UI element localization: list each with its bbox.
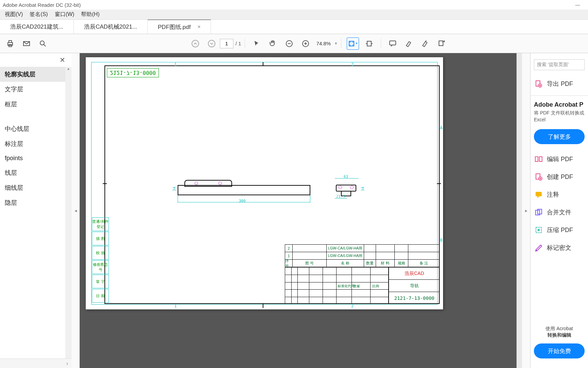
tab-2[interactable]: PDF图纸.pdf × xyxy=(148,19,211,34)
side-tab: 修改图总号 xyxy=(92,260,109,274)
layers-scrollbar[interactable]: ▲ xyxy=(65,67,71,358)
zoom-in-icon[interactable] xyxy=(299,37,312,50)
layer-item[interactable]: 框层 xyxy=(0,97,71,112)
tool-compress[interactable]: 压缩 PDF xyxy=(530,221,588,239)
svg-rect-16 xyxy=(539,157,542,162)
page-width-icon[interactable] xyxy=(363,37,375,50)
svg-rect-11 xyxy=(390,41,396,45)
side-tab: 普通/用件登记 xyxy=(92,217,109,231)
menu-bar: 视图(V) 签名(S) 窗口(W) 帮助(H) xyxy=(0,10,588,20)
tool-redact[interactable]: 标记密文 xyxy=(530,239,588,257)
layer-item[interactable]: 线层 xyxy=(0,165,71,180)
dim-label: 63 xyxy=(344,174,348,179)
dim-label: 300 xyxy=(239,199,246,203)
tab-0[interactable]: 浩辰CAD2021建筑... xyxy=(0,19,74,34)
dim-label: 21.5 xyxy=(336,194,345,199)
side-tab: 签 字 xyxy=(92,275,109,288)
sign-icon[interactable] xyxy=(436,37,448,50)
grid-label: 2 xyxy=(351,304,354,308)
dim-label: 34 xyxy=(361,187,365,191)
grid-label: B xyxy=(440,238,442,243)
right-collapse-handle[interactable]: ▸ xyxy=(522,53,530,368)
page-total: / 1 xyxy=(235,41,241,46)
tools-search-input[interactable]: 搜索 '提取页面' xyxy=(534,59,585,70)
tool-edit-pdf[interactable]: 编辑 PDF xyxy=(530,150,588,168)
layer-item[interactable]: 中心线层 xyxy=(0,121,71,136)
start-free-button[interactable]: 开始免费 xyxy=(534,343,585,358)
page-number-input[interactable] xyxy=(220,39,233,48)
cad-rail-block xyxy=(184,180,232,187)
minimize-button[interactable]: — xyxy=(570,2,585,7)
cad-hole xyxy=(195,182,198,185)
fit-page-icon[interactable]: ▼ xyxy=(347,37,359,50)
dim-label: 34 xyxy=(172,187,177,191)
layer-item[interactable]: 文字层 xyxy=(0,82,71,97)
close-panel-icon[interactable]: ✕ xyxy=(60,56,65,64)
tool-combine[interactable]: 合并文件 xyxy=(530,203,588,221)
grid-label: 1 xyxy=(174,304,177,308)
window-title: Adobe Acrobat Reader DC (32-bit) xyxy=(3,2,81,8)
frame-tick xyxy=(263,62,263,66)
pdf-page: 1 2 1 2 A B 2121-7-13-0000 普通/用件登记 描 图 校… xyxy=(86,57,443,309)
layer-item[interactable]: 细线层 xyxy=(0,180,71,195)
hand-icon[interactable] xyxy=(267,37,279,50)
doc-scrollbar[interactable] xyxy=(517,53,522,368)
tab-1[interactable]: 浩辰CAD机械2021... xyxy=(74,19,148,34)
svg-rect-12 xyxy=(439,41,443,46)
print-icon[interactable] xyxy=(4,37,16,50)
close-tab-icon[interactable]: × xyxy=(197,24,200,30)
page-down-icon[interactable] xyxy=(206,37,218,50)
menu-sign[interactable]: 签名(S) xyxy=(26,11,51,18)
frame-tick xyxy=(263,304,263,308)
zoom-icon[interactable] xyxy=(37,37,49,50)
svg-rect-1 xyxy=(9,41,12,43)
tool-create-pdf[interactable]: 创建 PDF xyxy=(530,168,588,186)
menu-view[interactable]: 视图(V) xyxy=(1,11,26,18)
layer-item[interactable]: fpoints xyxy=(0,151,71,165)
svg-point-5 xyxy=(192,40,199,47)
erase-icon[interactable] xyxy=(419,37,431,50)
title-block-brand: 浩辰CAD xyxy=(389,267,440,280)
mail-icon[interactable] xyxy=(20,37,33,50)
svg-rect-10 xyxy=(367,41,371,46)
export-pdf-icon xyxy=(534,79,543,89)
promo-subtitle: 将 PDF 文件联机转换或 Excel xyxy=(530,110,588,128)
zoom-out-icon[interactable] xyxy=(283,37,295,50)
learn-more-button[interactable]: 了解更多 xyxy=(534,129,585,144)
grid-label: 1 xyxy=(174,62,177,67)
frame-tick xyxy=(437,183,441,184)
svg-point-6 xyxy=(208,40,215,47)
tool-comment[interactable]: 注释 xyxy=(530,186,588,203)
layer-item[interactable]: 轮廓实线层 xyxy=(0,67,71,82)
chevron-right-icon[interactable]: › xyxy=(66,361,68,367)
zoom-dropdown[interactable]: 74.8%▼ xyxy=(316,41,338,46)
title-block: 2 LGW-CA/LGW-HA用 1 LGW-CA/LGW-HA用 xyxy=(285,244,440,304)
footer-promo: 使用 Acrobat 转换和编辑 xyxy=(530,322,588,342)
compress-icon xyxy=(534,225,543,235)
menu-window[interactable]: 窗口(W) xyxy=(51,11,78,18)
side-tab: 描 图 xyxy=(92,232,109,245)
cursor-icon[interactable] xyxy=(250,37,263,50)
redact-icon xyxy=(534,243,543,252)
highlight-icon[interactable] xyxy=(403,37,415,50)
layers-footer: › xyxy=(0,358,71,368)
side-tab: 校 描 xyxy=(92,246,109,260)
side-tab: 日 期 xyxy=(92,289,109,303)
comment-icon[interactable] xyxy=(387,37,399,50)
main-toolbar: / 1 74.8%▼ ▼ xyxy=(0,34,588,53)
tools-panel: 搜索 '提取页面' 导出 PDF Adobe Acrobat P 将 PDF 文… xyxy=(530,53,588,368)
document-tab-strip: 浩辰CAD2021建筑... 浩辰CAD机械2021... PDF图纸.pdf … xyxy=(0,20,588,34)
main-content: ✕ 轮廓实线层 文字层 框层 中心线层 标注层 fpoints 线层 细线层 隐… xyxy=(0,53,588,368)
combine-icon xyxy=(534,208,543,217)
page-up-icon[interactable] xyxy=(189,37,201,50)
grid-label: A xyxy=(440,125,442,130)
tool-export-pdf[interactable]: 导出 PDF xyxy=(530,75,588,93)
layer-item[interactable]: 标注层 xyxy=(0,136,71,151)
menu-help[interactable]: 帮助(H) xyxy=(78,11,103,18)
title-block-part: 导轨 xyxy=(389,280,440,292)
layer-item[interactable]: 隐层 xyxy=(0,195,71,210)
left-collapse-handle[interactable]: ◂ xyxy=(71,53,80,368)
title-bar: Adobe Acrobat Reader DC (32-bit) — xyxy=(0,0,588,10)
document-viewport[interactable]: 1 2 1 2 A B 2121-7-13-0000 普通/用件登记 描 图 校… xyxy=(80,53,522,368)
comment-tool-icon xyxy=(534,190,543,199)
